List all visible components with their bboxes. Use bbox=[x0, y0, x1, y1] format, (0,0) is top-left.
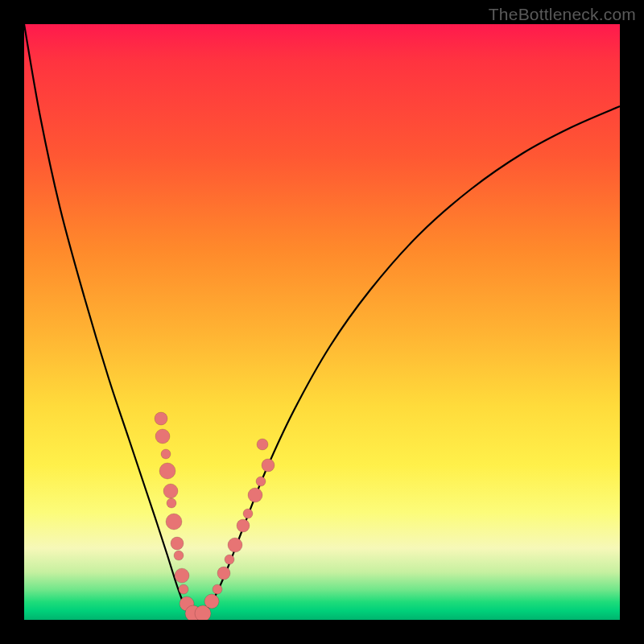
data-dot bbox=[171, 537, 184, 550]
data-dot bbox=[217, 567, 230, 580]
curve-svg bbox=[24, 24, 620, 620]
data-dot bbox=[243, 509, 253, 518]
data-dot bbox=[174, 551, 184, 560]
data-dot bbox=[248, 488, 262, 502]
data-dot bbox=[159, 463, 175, 479]
data-dot bbox=[166, 514, 182, 530]
data-dot bbox=[225, 555, 234, 564]
data-dot bbox=[237, 519, 250, 532]
data-dot bbox=[155, 412, 167, 425]
data-dot bbox=[161, 449, 171, 459]
data-dot bbox=[256, 477, 266, 486]
data-dot bbox=[167, 498, 176, 508]
watermark-text: TheBottleneck.com bbox=[489, 5, 636, 24]
data-dots-group bbox=[155, 412, 275, 620]
data-dot bbox=[163, 484, 178, 498]
data-dot bbox=[204, 594, 219, 609]
data-dot bbox=[155, 429, 170, 444]
data-dot bbox=[213, 584, 222, 594]
data-dot bbox=[262, 459, 275, 472]
data-dot bbox=[179, 584, 188, 594]
data-dot bbox=[257, 439, 268, 450]
chart-frame: TheBottleneck.com bbox=[0, 0, 644, 644]
plot-area bbox=[24, 24, 620, 620]
data-dot bbox=[228, 538, 242, 552]
bottleneck-curve bbox=[24, 24, 620, 616]
data-dot bbox=[175, 568, 189, 583]
